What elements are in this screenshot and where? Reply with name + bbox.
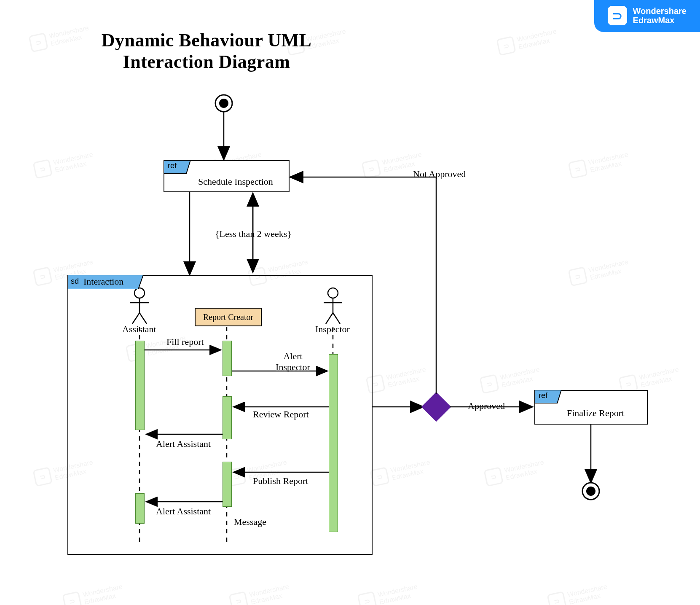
activation-bar bbox=[223, 396, 232, 439]
ref-tag: ref bbox=[539, 391, 547, 400]
constraint-label: {Less than 2 weeks} bbox=[215, 229, 292, 239]
ref-schedule-inspection: ref Schedule Inspection bbox=[164, 160, 290, 192]
wondershare-badge: ⊃ Wondershare EdrawMax bbox=[594, 0, 700, 32]
svg-point-1 bbox=[219, 99, 228, 108]
svg-point-0 bbox=[215, 95, 232, 112]
msg-review-report: Review Report bbox=[253, 409, 309, 420]
msg-fill-report: Fill report bbox=[166, 336, 204, 347]
watermark: ⊃WondershareEdrawMax bbox=[568, 150, 630, 179]
activation-bar bbox=[329, 354, 338, 532]
sd-label: Interaction bbox=[83, 276, 123, 287]
ref-finalize-label: Finalize Report bbox=[567, 408, 624, 419]
svg-point-21 bbox=[582, 483, 599, 500]
watermark: ⊃WondershareEdrawMax bbox=[62, 582, 125, 605]
ref-finalize-report: ref Finalize Report bbox=[534, 390, 648, 425]
initial-node-icon bbox=[215, 95, 232, 112]
msg-alert-inspector: Alert Inspector bbox=[270, 351, 316, 373]
watermark: ⊃WondershareEdrawMax bbox=[479, 365, 542, 394]
watermark: ⊃WondershareEdrawMax bbox=[370, 457, 432, 487]
watermark: ⊃WondershareEdrawMax bbox=[357, 582, 420, 605]
label-approved: Approved bbox=[468, 401, 505, 411]
ref-tag: ref bbox=[168, 161, 177, 170]
brand-line2: EdrawMax bbox=[633, 16, 687, 25]
report-creator-object: Report Creator bbox=[195, 308, 262, 326]
watermark: ⊃WondershareEdrawMax bbox=[365, 365, 428, 394]
svg-point-22 bbox=[586, 487, 595, 496]
watermark: ⊃WondershareEdrawMax bbox=[228, 582, 291, 605]
msg-publish-report: Publish Report bbox=[253, 476, 308, 487]
activation-bar bbox=[223, 341, 232, 376]
brand-line1: Wondershare bbox=[633, 6, 687, 16]
msg-alert-assistant-2: Alert Assistant bbox=[156, 506, 211, 517]
actor-assistant-label: Assistant bbox=[122, 324, 156, 335]
decision-node-icon bbox=[421, 392, 451, 422]
activation-bar bbox=[135, 493, 145, 524]
svg-rect-16 bbox=[421, 392, 451, 422]
watermark: ⊃WondershareEdrawMax bbox=[483, 457, 546, 487]
watermark: ⊃WondershareEdrawMax bbox=[568, 257, 630, 286]
watermark: ⊃WondershareEdrawMax bbox=[496, 27, 559, 56]
ref-schedule-label: Schedule Inspection bbox=[198, 176, 273, 187]
watermark: ⊃WondershareEdrawMax bbox=[547, 582, 609, 605]
activation-bar bbox=[135, 341, 145, 430]
msg-message-note: Message bbox=[234, 516, 266, 527]
label-not-approved: Not Approved bbox=[413, 169, 466, 180]
final-node-icon bbox=[582, 483, 599, 500]
sd-tag: sd bbox=[71, 277, 79, 286]
edrawmax-logo-icon: ⊃ bbox=[608, 6, 627, 25]
activation-bar bbox=[223, 462, 232, 507]
watermark: ⊃WondershareEdrawMax bbox=[32, 150, 95, 179]
actor-inspector-label: Inspector bbox=[315, 324, 350, 335]
msg-alert-assistant-1: Alert Assistant bbox=[156, 438, 211, 449]
diagram-title: Dynamic Behaviour UML Interaction Diagra… bbox=[59, 30, 354, 73]
